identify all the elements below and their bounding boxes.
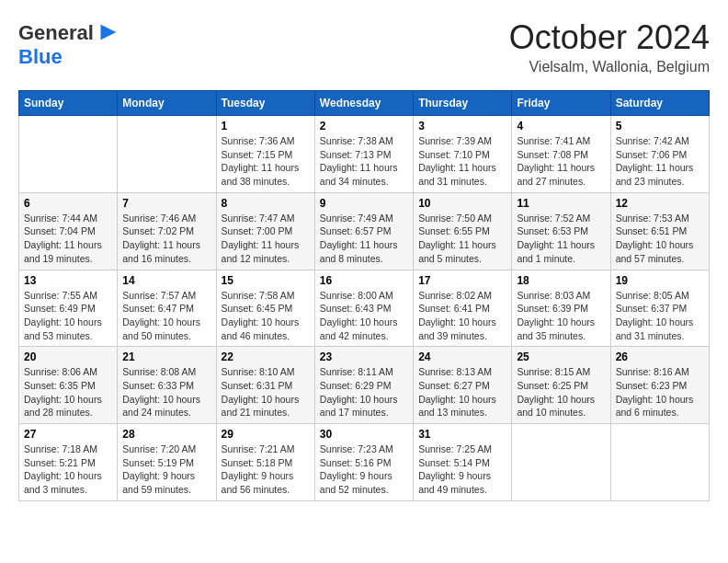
calendar-cell bbox=[19, 116, 118, 193]
logo-general-text: General bbox=[18, 21, 94, 44]
day-info: Sunrise: 7:47 AMSunset: 7:00 PMDaylight:… bbox=[222, 212, 310, 266]
calendar-cell: 9Sunrise: 7:49 AMSunset: 6:57 PMDaylight… bbox=[314, 192, 413, 270]
day-info: Sunrise: 7:58 AMSunset: 6:45 PMDaylight:… bbox=[222, 289, 310, 343]
location-subtitle: Vielsalm, Wallonia, Belgium bbox=[509, 59, 710, 75]
calendar-cell: 4Sunrise: 7:41 AMSunset: 7:08 PMDaylight… bbox=[512, 116, 610, 193]
calendar-cell: 2Sunrise: 7:38 AMSunset: 7:13 PMDaylight… bbox=[314, 116, 413, 193]
day-number: 5 bbox=[616, 120, 704, 132]
header-cell-saturday: Saturday bbox=[610, 91, 709, 116]
header-cell-sunday: Sunday bbox=[19, 91, 118, 116]
day-number: 9 bbox=[320, 197, 408, 210]
calendar-cell: 24Sunrise: 8:13 AMSunset: 6:27 PMDayligh… bbox=[414, 347, 512, 424]
calendar-cell bbox=[118, 116, 216, 193]
calendar-week-row: 27Sunrise: 7:18 AMSunset: 5:21 PMDayligh… bbox=[19, 424, 710, 501]
day-info: Sunrise: 7:21 AMSunset: 5:18 PMDaylight:… bbox=[222, 442, 310, 497]
day-info: Sunrise: 7:20 AMSunset: 5:19 PMDaylight:… bbox=[122, 442, 210, 497]
day-number: 8 bbox=[222, 197, 310, 210]
day-number: 20 bbox=[24, 350, 112, 363]
calendar-body: 1Sunrise: 7:36 AMSunset: 7:15 PMDaylight… bbox=[19, 116, 710, 501]
day-number: 25 bbox=[517, 350, 605, 363]
day-number: 15 bbox=[222, 274, 310, 287]
header-cell-thursday: Thursday bbox=[414, 91, 512, 116]
day-number: 26 bbox=[616, 350, 704, 363]
calendar-cell: 14Sunrise: 7:57 AMSunset: 6:47 PMDayligh… bbox=[118, 270, 216, 347]
calendar-cell: 20Sunrise: 8:06 AMSunset: 6:35 PMDayligh… bbox=[19, 347, 118, 424]
day-info: Sunrise: 8:15 AMSunset: 6:25 PMDaylight:… bbox=[517, 365, 605, 419]
day-number: 13 bbox=[24, 274, 112, 287]
day-info: Sunrise: 7:53 AMSunset: 6:51 PMDaylight:… bbox=[616, 212, 704, 266]
header-row: SundayMondayTuesdayWednesdayThursdayFrid… bbox=[19, 91, 710, 116]
day-info: Sunrise: 7:39 AMSunset: 7:10 PMDaylight:… bbox=[418, 134, 506, 189]
day-info: Sunrise: 8:10 AMSunset: 6:31 PMDaylight:… bbox=[222, 365, 310, 419]
day-number: 18 bbox=[517, 274, 605, 287]
title-block: October 2024 Vielsalm, Wallonia, Belgium bbox=[509, 18, 710, 75]
day-info: Sunrise: 7:41 AMSunset: 7:08 PMDaylight:… bbox=[517, 134, 605, 189]
day-info: Sunrise: 7:46 AMSunset: 7:02 PMDaylight:… bbox=[122, 212, 210, 266]
calendar-cell: 15Sunrise: 7:58 AMSunset: 6:45 PMDayligh… bbox=[216, 270, 314, 347]
calendar-cell: 27Sunrise: 7:18 AMSunset: 5:21 PMDayligh… bbox=[19, 424, 118, 501]
page-header: General► Blue October 2024 Vielsalm, Wal… bbox=[18, 18, 710, 75]
day-info: Sunrise: 8:03 AMSunset: 6:39 PMDaylight:… bbox=[517, 289, 605, 343]
calendar-cell: 28Sunrise: 7:20 AMSunset: 5:19 PMDayligh… bbox=[118, 424, 216, 501]
calendar-cell: 5Sunrise: 7:42 AMSunset: 7:06 PMDaylight… bbox=[610, 116, 709, 193]
day-number: 7 bbox=[122, 197, 210, 210]
day-info: Sunrise: 7:44 AMSunset: 7:04 PMDaylight:… bbox=[24, 212, 112, 266]
calendar-week-row: 20Sunrise: 8:06 AMSunset: 6:35 PMDayligh… bbox=[19, 347, 710, 424]
calendar-cell: 8Sunrise: 7:47 AMSunset: 7:00 PMDaylight… bbox=[216, 192, 314, 270]
calendar-cell: 7Sunrise: 7:46 AMSunset: 7:02 PMDaylight… bbox=[118, 192, 216, 270]
calendar-cell: 18Sunrise: 8:03 AMSunset: 6:39 PMDayligh… bbox=[512, 270, 610, 347]
day-number: 21 bbox=[122, 350, 210, 363]
calendar-week-row: 1Sunrise: 7:36 AMSunset: 7:15 PMDaylight… bbox=[19, 116, 710, 193]
day-number: 12 bbox=[616, 197, 704, 210]
day-number: 16 bbox=[320, 274, 408, 287]
day-info: Sunrise: 8:05 AMSunset: 6:37 PMDaylight:… bbox=[616, 289, 704, 343]
calendar-cell: 21Sunrise: 8:08 AMSunset: 6:33 PMDayligh… bbox=[118, 347, 216, 424]
day-number: 23 bbox=[320, 350, 408, 363]
calendar-cell: 10Sunrise: 7:50 AMSunset: 6:55 PMDayligh… bbox=[414, 192, 512, 270]
logo-blue-text: Blue bbox=[18, 45, 63, 68]
day-number: 17 bbox=[418, 274, 506, 287]
day-number: 1 bbox=[222, 120, 310, 132]
calendar-cell: 16Sunrise: 8:00 AMSunset: 6:43 PMDayligh… bbox=[314, 270, 413, 347]
day-number: 27 bbox=[24, 428, 112, 441]
month-title: October 2024 bbox=[509, 18, 710, 57]
day-number: 3 bbox=[418, 120, 506, 132]
calendar-cell: 23Sunrise: 8:11 AMSunset: 6:29 PMDayligh… bbox=[314, 347, 413, 424]
calendar-cell: 19Sunrise: 8:05 AMSunset: 6:37 PMDayligh… bbox=[610, 270, 709, 347]
day-info: Sunrise: 8:13 AMSunset: 6:27 PMDaylight:… bbox=[418, 365, 506, 419]
day-info: Sunrise: 7:38 AMSunset: 7:13 PMDaylight:… bbox=[320, 134, 408, 189]
day-number: 2 bbox=[320, 120, 408, 132]
logo: General► Blue bbox=[18, 18, 121, 69]
day-number: 24 bbox=[418, 350, 506, 363]
day-info: Sunrise: 7:52 AMSunset: 6:53 PMDaylight:… bbox=[517, 212, 605, 266]
day-number: 22 bbox=[222, 350, 310, 363]
day-info: Sunrise: 7:18 AMSunset: 5:21 PMDaylight:… bbox=[24, 442, 112, 497]
logo-bird-icon: ► bbox=[96, 17, 121, 45]
calendar-cell: 25Sunrise: 8:15 AMSunset: 6:25 PMDayligh… bbox=[512, 347, 610, 424]
day-info: Sunrise: 7:49 AMSunset: 6:57 PMDaylight:… bbox=[320, 212, 408, 266]
calendar-week-row: 6Sunrise: 7:44 AMSunset: 7:04 PMDaylight… bbox=[19, 192, 710, 270]
day-number: 10 bbox=[418, 197, 506, 210]
header-cell-friday: Friday bbox=[512, 91, 610, 116]
calendar-cell: 13Sunrise: 7:55 AMSunset: 6:49 PMDayligh… bbox=[19, 270, 118, 347]
day-info: Sunrise: 8:16 AMSunset: 6:23 PMDaylight:… bbox=[616, 365, 704, 419]
day-number: 29 bbox=[222, 428, 310, 441]
day-number: 11 bbox=[517, 197, 605, 210]
header-cell-tuesday: Tuesday bbox=[216, 91, 314, 116]
calendar-week-row: 13Sunrise: 7:55 AMSunset: 6:49 PMDayligh… bbox=[19, 270, 710, 347]
day-info: Sunrise: 7:57 AMSunset: 6:47 PMDaylight:… bbox=[122, 289, 210, 343]
day-number: 30 bbox=[320, 428, 408, 441]
day-number: 31 bbox=[418, 428, 506, 441]
calendar-cell: 1Sunrise: 7:36 AMSunset: 7:15 PMDaylight… bbox=[216, 116, 314, 193]
header-cell-wednesday: Wednesday bbox=[314, 91, 413, 116]
calendar-cell bbox=[512, 424, 610, 501]
calendar-cell: 26Sunrise: 8:16 AMSunset: 6:23 PMDayligh… bbox=[610, 347, 709, 424]
calendar-cell: 22Sunrise: 8:10 AMSunset: 6:31 PMDayligh… bbox=[216, 347, 314, 424]
day-number: 6 bbox=[24, 197, 112, 210]
day-info: Sunrise: 8:00 AMSunset: 6:43 PMDaylight:… bbox=[320, 289, 408, 343]
day-info: Sunrise: 7:25 AMSunset: 5:14 PMDaylight:… bbox=[418, 442, 506, 497]
day-info: Sunrise: 8:06 AMSunset: 6:35 PMDaylight:… bbox=[24, 365, 112, 419]
calendar-cell: 30Sunrise: 7:23 AMSunset: 5:16 PMDayligh… bbox=[314, 424, 413, 501]
day-info: Sunrise: 7:42 AMSunset: 7:06 PMDaylight:… bbox=[616, 134, 704, 189]
calendar-header: SundayMondayTuesdayWednesdayThursdayFrid… bbox=[19, 91, 710, 116]
